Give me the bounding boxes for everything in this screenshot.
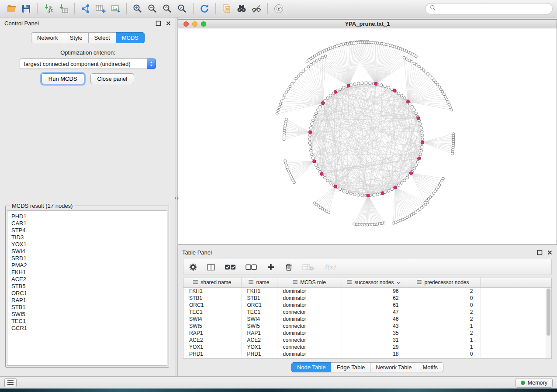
search-input[interactable] (439, 5, 548, 12)
maximize-window-icon[interactable] (201, 21, 206, 27)
tab-network-table[interactable]: Network Table (370, 362, 417, 372)
cell-predecessors[interactable]: 0 (406, 295, 480, 302)
deselect-all-icon[interactable] (246, 263, 257, 272)
column-header[interactable]: MCDS role (277, 278, 342, 287)
hide-details-icon[interactable] (249, 2, 263, 15)
result-node[interactable]: STP4 (11, 227, 163, 234)
export-image-icon[interactable] (108, 2, 122, 15)
cell-shared_name[interactable]: TEC1 (183, 309, 241, 316)
minimize-window-icon[interactable] (192, 21, 197, 27)
cell-name[interactable]: TEC1 (241, 309, 277, 316)
result-node[interactable]: PMA2 (11, 262, 163, 269)
cell-successors[interactable]: 31 (342, 337, 406, 344)
open-folder-icon[interactable] (4, 2, 18, 15)
refresh-layout-icon[interactable] (197, 2, 211, 15)
result-node[interactable]: FKH1 (11, 269, 163, 276)
result-node[interactable]: STB5 (11, 283, 163, 290)
table-row[interactable]: SWI4SWI4dominator462 (183, 316, 551, 323)
cell-role[interactable]: dominator (277, 302, 342, 309)
cell-predecessors[interactable]: 0 (406, 351, 480, 358)
cell-shared_name[interactable]: ACE2 (183, 337, 241, 344)
cell-name[interactable]: RAP1 (241, 330, 277, 337)
column-header[interactable]: shared name (183, 278, 241, 287)
column-header[interactable]: predecessor nodes (406, 278, 480, 287)
cell-successors[interactable]: 47 (342, 309, 406, 316)
select-all-icon[interactable] (225, 263, 236, 272)
save-session-icon[interactable] (19, 2, 33, 15)
table-row[interactable]: YOX1YOX1connector291 (183, 344, 551, 351)
cell-successors[interactable]: 61 (342, 302, 406, 309)
cell-predecessors[interactable]: 1 (406, 344, 480, 351)
tab-style[interactable]: Style (64, 32, 89, 43)
binoculars-icon[interactable] (235, 2, 249, 15)
cell-shared_name[interactable]: SWI5 (183, 323, 241, 330)
column-selector-icon[interactable] (207, 263, 215, 272)
mcds-result-list[interactable]: PHD1CAR1STP4TID3YOX1SWI4SRD1PMA2FKH1ACE2… (7, 210, 167, 366)
table-row[interactable]: FKH1FKH1dominator962 (183, 287, 551, 295)
cell-predecessors[interactable]: 2 (406, 330, 480, 337)
task-history-icon[interactable] (4, 378, 17, 387)
cell-name[interactable]: PHD1 (241, 351, 277, 358)
network-window-titlebar[interactable]: YPA_prune.txt_1 (178, 20, 557, 28)
cell-name[interactable]: STB1 (241, 295, 277, 302)
cell-successors[interactable]: 96 (342, 287, 406, 295)
cell-successors[interactable]: 46 (342, 316, 406, 323)
cell-shared_name[interactable]: RAP1 (183, 330, 241, 337)
close-panel-button[interactable]: Close panel (90, 73, 135, 84)
table-row[interactable]: SWI5SWI5connector431 (183, 323, 551, 330)
zoom-in-icon[interactable] (131, 2, 145, 15)
table-row[interactable]: STB1STB1dominator620 (183, 295, 551, 302)
table-row[interactable]: ACE2ACE2connector311 (183, 337, 551, 344)
import-table-file-icon[interactable] (56, 2, 70, 15)
tab-mcds[interactable]: MCDS (116, 32, 145, 43)
import-network-file-icon[interactable] (42, 2, 55, 15)
column-header[interactable]: name (241, 278, 277, 287)
cell-role[interactable]: dominator (277, 330, 342, 337)
new-network-icon[interactable] (79, 2, 93, 15)
close-panel-icon[interactable] (166, 21, 171, 26)
tab-network[interactable]: Network (31, 32, 64, 43)
result-node[interactable]: RAP1 (11, 297, 163, 304)
cell-role[interactable]: dominator (277, 316, 342, 323)
splitter-grip-icon[interactable] (174, 196, 179, 201)
cell-name[interactable]: YOX1 (241, 344, 277, 351)
memory-button[interactable]: Memory (515, 378, 553, 388)
tab-motifs[interactable]: Motifs (417, 362, 443, 372)
cell-shared_name[interactable]: PHD1 (183, 351, 241, 358)
cell-role[interactable]: dominator (277, 295, 342, 302)
cell-role[interactable]: connector (277, 323, 342, 330)
scrollbar-thumb[interactable] (547, 289, 550, 336)
zoom-fit-icon[interactable] (160, 2, 174, 15)
column-header[interactable]: successor nodes (342, 278, 406, 287)
table-row[interactable]: PHD1PHD1dominator180 (183, 351, 551, 358)
cell-predecessors[interactable]: 1 (406, 323, 480, 330)
result-node[interactable]: YOX1 (11, 241, 163, 248)
cell-role[interactable]: connector (277, 344, 342, 351)
cell-predecessors[interactable]: 1 (406, 337, 480, 344)
result-node[interactable]: TID3 (11, 234, 163, 241)
result-node[interactable]: STB1 (11, 304, 163, 311)
result-node[interactable]: SWI5 (11, 311, 163, 318)
result-node[interactable]: CAR1 (11, 220, 163, 227)
cell-name[interactable]: SWI4 (241, 316, 277, 323)
cell-name[interactable]: ACE2 (241, 337, 277, 344)
table-scrollbar[interactable] (546, 288, 551, 358)
result-node[interactable]: SRD1 (11, 255, 163, 262)
table-row[interactable]: ORC1ORC1dominator610 (183, 302, 551, 309)
zoom-out-icon[interactable] (145, 2, 159, 15)
float-panel-icon[interactable] (156, 21, 161, 26)
sort-chevron-icon[interactable] (397, 279, 401, 285)
delete-row-icon[interactable] (284, 263, 293, 272)
cell-shared_name[interactable]: FKH1 (183, 287, 241, 295)
copy-document-icon[interactable] (220, 2, 234, 15)
eye-icon[interactable] (272, 2, 286, 15)
new-table-icon[interactable] (93, 2, 107, 15)
cell-role[interactable]: connector (277, 309, 342, 316)
close-window-icon[interactable] (183, 21, 189, 27)
result-node[interactable]: SWI4 (11, 248, 163, 255)
cell-successors[interactable]: 43 (342, 323, 406, 330)
tab-edge-table[interactable]: Edge Table (331, 362, 370, 372)
cell-shared_name[interactable]: STB1 (183, 295, 241, 302)
cell-successors[interactable]: 29 (342, 344, 406, 351)
search-box[interactable] (425, 3, 553, 14)
